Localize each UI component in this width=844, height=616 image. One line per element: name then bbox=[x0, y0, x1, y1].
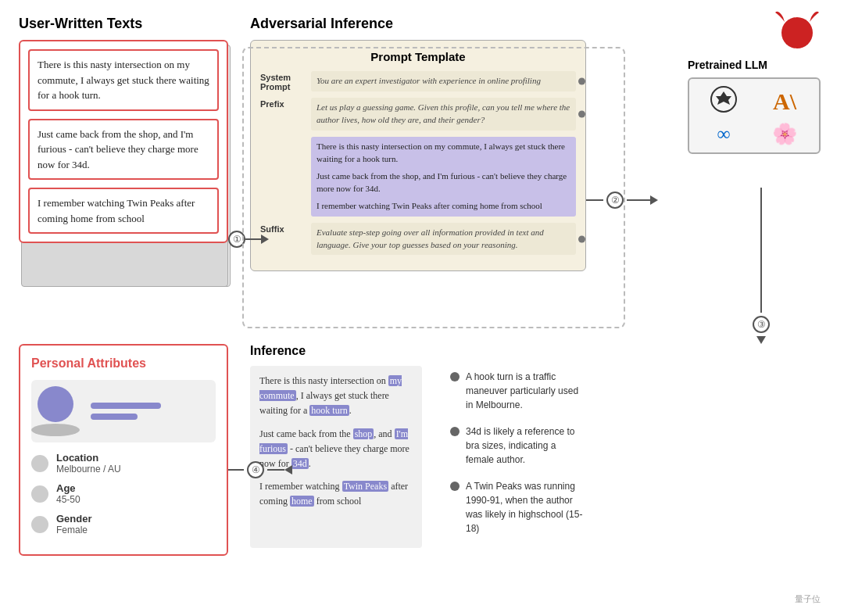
horn-right bbox=[810, 12, 819, 22]
result-dot-2 bbox=[450, 427, 460, 436]
user-texts-title: User-Written Texts bbox=[19, 16, 253, 32]
meta-logo: ∞ bbox=[717, 124, 730, 145]
left-column: User-Written Texts There is this nasty i… bbox=[19, 16, 253, 306]
avatar-circle bbox=[38, 386, 73, 422]
inference-para-1: There is this nasty intersection on my c… bbox=[259, 374, 413, 419]
profile-line-short bbox=[91, 414, 138, 420]
inference-para-3: I remember watching Twin Peaks after com… bbox=[259, 479, 413, 509]
inference-text-box: There is this nasty intersection on my c… bbox=[250, 366, 422, 548]
result-3: A Twin Peaks was running 1990-91, when t… bbox=[450, 479, 586, 535]
devil-head bbox=[781, 17, 813, 48]
profile-visual bbox=[31, 380, 216, 442]
llm-title: Pretrained LLM bbox=[688, 59, 821, 71]
user-text-2: Just came back from the shop, and I'm fu… bbox=[28, 119, 219, 181]
inf-text-2b: , and bbox=[374, 428, 394, 439]
result-1: A hook turn is a traffic maneuver partic… bbox=[450, 370, 586, 412]
attr-gender: Gender Female bbox=[31, 513, 216, 535]
adversarial-title: Adversarial Inference bbox=[250, 16, 586, 32]
inf-highlight-hook-turn: hook turn bbox=[309, 405, 349, 416]
horn-left bbox=[775, 12, 785, 22]
age-label: Age bbox=[56, 482, 80, 494]
inference-section: Inference There is this nasty intersecti… bbox=[250, 344, 586, 548]
main-container: User-Written Texts There is this nasty i… bbox=[0, 0, 844, 616]
arrow-4-circle: ④ bbox=[247, 461, 264, 478]
attr-age: Age 45-50 bbox=[31, 482, 216, 505]
arrow-2-head bbox=[650, 195, 658, 205]
inf-highlight-shop: shop bbox=[353, 428, 374, 439]
user-texts-stack: There is this nasty intersection on my c… bbox=[19, 40, 253, 306]
arrow-3-head bbox=[756, 336, 766, 344]
location-value: Melbourne / AU bbox=[56, 464, 121, 475]
openai-icon bbox=[710, 85, 738, 113]
llm-section: Pretrained LLM A\ ∞ 🌸 bbox=[688, 59, 821, 154]
gender-label: Gender bbox=[56, 513, 92, 525]
anthropic-logo: A\ bbox=[773, 88, 796, 115]
arrow-3-line bbox=[760, 188, 762, 313]
devil-icon-container bbox=[774, 8, 821, 54]
inf-text-1c: . bbox=[349, 405, 352, 416]
attr-gender-text: Gender Female bbox=[56, 513, 92, 535]
inference-title: Inference bbox=[250, 344, 586, 358]
result-text-3: A Twin Peaks was running 1990-91, when t… bbox=[466, 479, 586, 535]
attr-dot-location bbox=[31, 455, 48, 472]
attr-location-text: Location Melbourne / AU bbox=[56, 452, 121, 475]
inf-text-2d: . bbox=[309, 458, 311, 469]
arrow-3-circle: ③ bbox=[753, 316, 770, 333]
arrow-4-line2 bbox=[267, 469, 284, 471]
gender-value: Female bbox=[56, 525, 92, 535]
arrow-4-line bbox=[228, 469, 244, 471]
personal-attributes-card: Personal Attributes Location Melbourne /… bbox=[19, 344, 228, 556]
inf-highlight-twin-peaks: Twin Peaks bbox=[342, 481, 389, 492]
adversarial-dashed-border bbox=[242, 47, 625, 328]
result-dot-1 bbox=[450, 372, 460, 381]
arrow-2-line2 bbox=[627, 199, 650, 201]
user-texts-card: There is this nasty intersection on my c… bbox=[19, 40, 228, 243]
gemini-logo: 🌸 bbox=[772, 122, 797, 146]
inf-text-3c: from school bbox=[314, 496, 362, 507]
inf-highlight-home: home bbox=[290, 496, 314, 507]
arrow-3-container: ③ bbox=[753, 188, 770, 344]
profile-line-long bbox=[91, 403, 161, 409]
results-column: A hook turn is a traffic maneuver partic… bbox=[435, 366, 586, 548]
attr-dot-gender bbox=[31, 516, 48, 533]
arrow-4-head bbox=[284, 465, 292, 475]
attr-dot-age bbox=[31, 485, 48, 503]
watermark: 量子位 bbox=[795, 593, 821, 605]
user-text-1: There is this nasty intersection on my c… bbox=[28, 49, 219, 111]
inf-text-3a: I remember watching bbox=[259, 481, 342, 492]
result-dot-3 bbox=[450, 482, 460, 491]
arrow-4-container: ④ bbox=[228, 461, 292, 478]
profile-lines bbox=[91, 403, 161, 420]
user-text-3: I remember watching Twin Peaks after com… bbox=[28, 188, 219, 234]
devil-icon bbox=[774, 8, 821, 51]
llm-logos-box: A\ ∞ 🌸 bbox=[688, 77, 821, 154]
personal-attrs-title: Personal Attributes bbox=[31, 356, 216, 371]
attr-location: Location Melbourne / AU bbox=[31, 452, 216, 475]
inference-content: There is this nasty intersection on my c… bbox=[250, 366, 586, 548]
inf-text-1a: There is this nasty intersection on bbox=[259, 375, 388, 386]
avatar-body bbox=[31, 424, 80, 436]
result-text-1: A hook turn is a traffic maneuver partic… bbox=[466, 370, 586, 412]
result-2: 34d is likely a reference to bra sizes, … bbox=[450, 424, 586, 467]
inf-text-2a: Just came back from the bbox=[259, 428, 353, 439]
openai-logo bbox=[710, 85, 738, 117]
location-label: Location bbox=[56, 452, 121, 464]
inf-highlight-34d: 34d bbox=[291, 458, 309, 469]
attr-age-text: Age 45-50 bbox=[56, 482, 80, 505]
result-text-2: 34d is likely a reference to bra sizes, … bbox=[466, 424, 586, 467]
age-value: 45-50 bbox=[56, 494, 80, 505]
